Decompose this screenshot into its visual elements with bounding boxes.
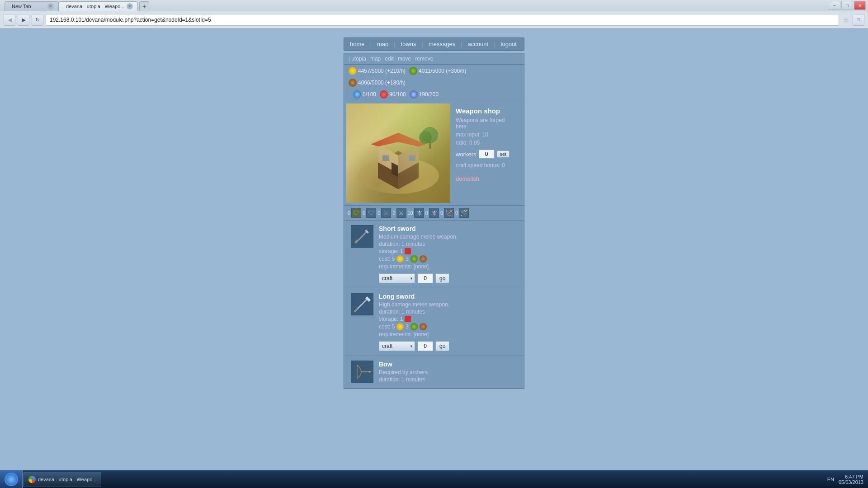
craft-controls-longsword: craft dismantle ▼ go [379, 341, 517, 351]
new-tab-button[interactable]: + [139, 1, 149, 11]
craft-mode-select-1[interactable]: craft dismantle [379, 273, 415, 283]
building-description: Weapons are forged here. [456, 117, 516, 130]
craft-item-details-shortsword: Short sword Medium damage melee weapon. … [379, 225, 517, 283]
craft-item-desc-longsword: High damage melee weapon. [379, 301, 517, 308]
health-icon [380, 90, 388, 99]
building-illustration [346, 103, 450, 203]
craft-item-details-bow: Bow Required by archers. duration: 1 min… [379, 361, 517, 384]
start-orb [5, 473, 18, 486]
start-button[interactable] [0, 470, 23, 488]
inv-item-6: 0 🗡 [425, 208, 439, 218]
inv-count-1: 0 [348, 210, 350, 216]
bookmark-button[interactable]: ☆ [841, 15, 850, 24]
address-bar[interactable]: 192.168.0.101/devana/module.php?action=g… [46, 14, 839, 26]
inv-icon-sword2: 🗡 [414, 208, 424, 218]
duration-label: duration: 1 minutes [379, 241, 425, 247]
nav-logout[interactable]: logout [497, 39, 520, 49]
resource-health: 90/100 [380, 90, 406, 99]
cost-food-amount-2: 3 [406, 324, 409, 330]
wood-value: 4066/5000 (+180/h) [358, 80, 406, 86]
nav-home[interactable]: home [346, 39, 368, 49]
inv-item-8: 0 🪄 [455, 208, 469, 218]
building-max-input: max input: 10 [456, 131, 516, 138]
craft-mode-select-2[interactable]: craft dismantle [379, 341, 415, 351]
inv-count-4: 0 [392, 210, 395, 216]
craft-go-button-2[interactable]: go [435, 341, 449, 351]
storage-label-1: storage: 1 [379, 248, 403, 254]
craft-mode-wrapper-2: craft dismantle ▼ [379, 341, 415, 351]
craft-item-name-longsword: Long sword [379, 293, 517, 300]
tab-newtab[interactable]: New Tab ✕ [5, 1, 59, 11]
close-button[interactable]: ✕ [854, 1, 866, 10]
sub-nav-move[interactable]: move [398, 56, 411, 62]
cost-wood-icon-2 [420, 323, 427, 330]
tab-game-close[interactable]: ✕ [127, 3, 133, 9]
req-label-2: requirements: [none] [379, 331, 429, 338]
craft-controls-shortsword: craft dismantle ▼ go [379, 273, 517, 283]
bow-illustration [352, 361, 373, 382]
workers-row: workers set [456, 150, 516, 159]
maximize-button[interactable]: □ [841, 1, 853, 10]
inv-count-5: 10 [408, 210, 413, 216]
taskbar-items: devana - utopia - Weapo... [23, 470, 823, 488]
tab-newtab-close[interactable]: ✕ [47, 3, 54, 9]
sub-nav-edit[interactable]: edit [385, 56, 393, 62]
craft-go-button-1[interactable]: go [435, 273, 449, 283]
inv-item-2: 0 🛡 [363, 208, 376, 218]
svg-point-14 [422, 127, 438, 143]
set-workers-button[interactable]: set [497, 150, 510, 158]
back-button[interactable]: ◀ [4, 14, 15, 26]
nav-sep-4: | [460, 39, 463, 49]
craft-item-icon-shortsword [351, 225, 373, 248]
sub-nav-map[interactable]: map [370, 56, 381, 62]
sub-nav-sep-4: | [412, 56, 414, 62]
craft-item-shortsword: Short sword Medium damage melee weapon. … [344, 221, 524, 288]
minimize-button[interactable]: − [829, 1, 840, 10]
svg-marker-6 [398, 144, 419, 174]
inv-icon-armor: 🛡 [351, 208, 361, 218]
game-container: home | map | towns | messages | account … [344, 38, 524, 461]
tab-game[interactable]: devana - utopia - Weapo... ✕ [59, 1, 138, 11]
craft-item-duration-shortsword: duration: 1 minutes [379, 241, 517, 247]
taskbar-date-value: 05/03/2013 [839, 479, 863, 485]
req-label-1: requirements: [none] [379, 263, 429, 270]
cost-label-2: cost: 5 [379, 324, 395, 330]
svg-marker-3 [378, 162, 398, 189]
taskbar-item-chrome[interactable]: devana - utopia - Weapo... [24, 472, 101, 487]
sub-nav: | utopia | map | edit | move | remove [344, 53, 524, 65]
craft-item-cost-shortsword: cost: 5 3 [379, 255, 517, 263]
craft-section: Short sword Medium damage melee weapon. … [344, 221, 524, 388]
reload-button[interactable]: ↻ [32, 14, 43, 26]
sub-nav-remove[interactable]: remove [415, 56, 433, 62]
main-panel: | utopia | map | edit | move | remove 44… [344, 53, 524, 389]
tab-game-label: devana - utopia - Weapo... [66, 4, 124, 9]
nav-map[interactable]: map [373, 39, 392, 49]
nav-towns[interactable]: towns [397, 39, 420, 49]
craft-qty-input-2[interactable] [417, 341, 433, 351]
inv-count-8: 0 [455, 210, 458, 216]
craft-qty-input-1[interactable] [417, 273, 433, 283]
craft-item-req-shortsword: requirements: [none] [379, 263, 517, 270]
svg-point-1 [358, 158, 439, 194]
resource-gold: 4457/5000 (+210/h) [349, 67, 406, 75]
workers-input[interactable] [479, 150, 495, 159]
nav-sep-3: | [421, 39, 424, 49]
shortsword-illustration [352, 226, 373, 247]
inv-icon-bow: 🏹 [444, 208, 454, 218]
nav-messages[interactable]: messages [425, 39, 459, 49]
demolish-link[interactable]: demolish [456, 175, 516, 182]
duration-label-2: duration: 1 minutes [379, 309, 425, 315]
nav-account[interactable]: account [464, 39, 492, 49]
settings-button[interactable]: ≡ [853, 14, 864, 26]
forward-button[interactable]: ▶ [18, 14, 29, 26]
browser-window: New Tab ✕ devana - utopia - Weapo... ✕ +… [0, 0, 868, 470]
nav-sep-2: | [393, 39, 396, 49]
svg-marker-5 [378, 144, 398, 174]
craft-item-duration-bow: duration: 1 minutes [379, 376, 517, 383]
svg-marker-2 [378, 151, 419, 174]
sub-nav-utopia[interactable]: utopia [351, 56, 366, 62]
craft-item-name-shortsword: Short sword [379, 225, 517, 232]
health-value: 90/100 [389, 91, 406, 98]
cost-food-amount-1: 3 [406, 256, 409, 262]
craft-item-icon-longsword [351, 293, 373, 315]
